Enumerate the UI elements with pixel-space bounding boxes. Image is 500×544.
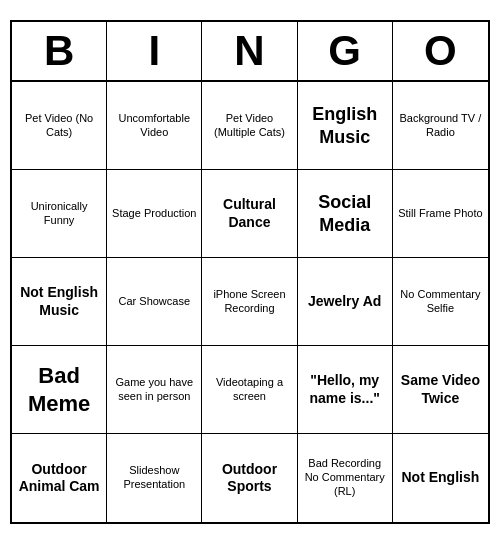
bingo-cell-0: Pet Video (No Cats) [12,82,107,170]
bingo-cell-19: Same Video Twice [393,346,488,434]
bingo-card: BINGO Pet Video (No Cats)Uncomfortable V… [10,20,490,524]
cell-text-14: No Commentary Selfie [396,288,485,316]
cell-text-20: Outdoor Animal Cam [15,461,103,496]
cell-text-5: Unironically Funny [15,200,103,228]
bingo-cell-15: Bad Meme [12,346,107,434]
bingo-grid: Pet Video (No Cats)Uncomfortable VideoPe… [12,82,488,522]
cell-text-3: English Music [301,103,389,148]
bingo-cell-14: No Commentary Selfie [393,258,488,346]
bingo-header: BINGO [12,22,488,82]
cell-text-16: Game you have seen in person [110,376,198,404]
bingo-cell-10: Not English Music [12,258,107,346]
bingo-cell-17: Videotaping a screen [202,346,297,434]
bingo-cell-16: Game you have seen in person [107,346,202,434]
cell-text-21: Slideshow Presentation [110,464,198,492]
bingo-cell-3: English Music [298,82,393,170]
cell-text-23: Bad Recording No Commentary (RL) [301,457,389,498]
bingo-cell-12: iPhone Screen Recording [202,258,297,346]
bingo-cell-13: Jewelry Ad [298,258,393,346]
bingo-cell-5: Unironically Funny [12,170,107,258]
cell-text-18: "Hello, my name is..." [301,372,389,407]
cell-text-22: Outdoor Sports [205,461,293,496]
cell-text-9: Still Frame Photo [398,207,482,221]
bingo-cell-6: Stage Production [107,170,202,258]
cell-text-19: Same Video Twice [396,372,485,407]
bingo-cell-11: Car Showcase [107,258,202,346]
cell-text-6: Stage Production [112,207,196,221]
cell-text-15: Bad Meme [15,362,103,417]
bingo-cell-22: Outdoor Sports [202,434,297,522]
cell-text-1: Uncomfortable Video [110,112,198,140]
cell-text-13: Jewelry Ad [308,293,381,311]
cell-text-11: Car Showcase [119,295,191,309]
bingo-letter-b: B [12,22,107,80]
bingo-cell-20: Outdoor Animal Cam [12,434,107,522]
bingo-cell-24: Not English [393,434,488,522]
cell-text-17: Videotaping a screen [205,376,293,404]
bingo-cell-9: Still Frame Photo [393,170,488,258]
bingo-cell-2: Pet Video (Multiple Cats) [202,82,297,170]
cell-text-0: Pet Video (No Cats) [15,112,103,140]
cell-text-10: Not English Music [15,284,103,319]
bingo-cell-18: "Hello, my name is..." [298,346,393,434]
cell-text-2: Pet Video (Multiple Cats) [205,112,293,140]
bingo-cell-8: Social Media [298,170,393,258]
cell-text-4: Background TV / Radio [396,112,485,140]
cell-text-24: Not English [402,469,480,487]
cell-text-8: Social Media [301,191,389,236]
bingo-cell-1: Uncomfortable Video [107,82,202,170]
bingo-letter-i: I [107,22,202,80]
bingo-cell-7: Cultural Dance [202,170,297,258]
bingo-letter-o: O [393,22,488,80]
cell-text-12: iPhone Screen Recording [205,288,293,316]
bingo-cell-23: Bad Recording No Commentary (RL) [298,434,393,522]
cell-text-7: Cultural Dance [205,196,293,231]
bingo-letter-g: G [298,22,393,80]
bingo-cell-4: Background TV / Radio [393,82,488,170]
bingo-letter-n: N [202,22,297,80]
bingo-cell-21: Slideshow Presentation [107,434,202,522]
